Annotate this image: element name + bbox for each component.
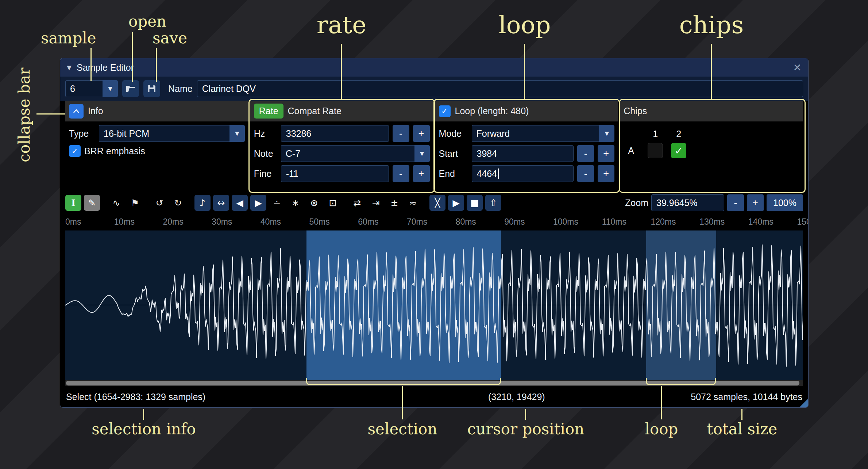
folder-open-icon: [126, 84, 136, 93]
ruler-label: 80ms: [456, 217, 476, 227]
window-collapse-icon[interactable]: ▼: [67, 64, 72, 71]
ruler-label: 100ms: [553, 217, 578, 227]
loop-enable-checkbox[interactable]: ✓: [439, 105, 451, 117]
zoom-in-button[interactable]: +: [747, 194, 764, 211]
chip-a1-checkbox[interactable]: [648, 143, 663, 158]
ruler-label: 150ms: [797, 217, 809, 227]
fine-decrement-button[interactable]: -: [393, 165, 409, 182]
hz-input[interactable]: 33286: [281, 125, 389, 142]
create-wavetable-button[interactable]: ⚑: [127, 195, 143, 211]
chips-header-label: Chips: [624, 106, 647, 116]
flip-button[interactable]: ⇄: [349, 195, 365, 211]
annotation-rate-line: [341, 44, 342, 99]
annotation-rate-label: rate: [317, 11, 366, 39]
zoom-reset-button[interactable]: 100%: [767, 194, 803, 211]
invert-button[interactable]: ▶: [250, 195, 266, 211]
ruler-label: 10ms: [114, 217, 135, 227]
check-icon: ✓: [675, 145, 683, 156]
chevron-down-icon[interactable]: ▼: [229, 125, 245, 142]
chevron-down-icon[interactable]: ▼: [414, 145, 430, 162]
redo-button[interactable]: ↻: [170, 195, 186, 211]
sample-number-select[interactable]: 6 ▼: [65, 80, 118, 97]
annotation-chips-label: chips: [679, 11, 744, 39]
sample-number-value: 6: [65, 80, 103, 97]
name-input[interactable]: Clarinet DQV: [197, 80, 803, 97]
brr-emphasis-checkbox[interactable]: ✓: [69, 145, 81, 157]
draw-tool-button[interactable]: ✎: [84, 195, 100, 211]
titlebar[interactable]: ▼ Sample Editor ✕: [60, 58, 808, 77]
zoom-out-button[interactable]: -: [727, 194, 744, 211]
ruler-label: 20ms: [163, 217, 183, 227]
annotation-cursor-position-label: cursor position: [467, 420, 585, 438]
horizontal-scrollbar[interactable]: [65, 380, 803, 386]
ruler-label: 50ms: [309, 217, 330, 227]
chips-row-a-label: A: [626, 146, 634, 156]
time-ruler: 0ms10ms20ms30ms40ms50ms60ms70ms80ms90ms1…: [60, 214, 808, 230]
loop-start-increment-button[interactable]: +: [598, 145, 614, 162]
annotation-save-label: save: [153, 29, 187, 47]
loop-end-input[interactable]: 4464: [472, 165, 574, 182]
mix-paste-button[interactable]: ±: [386, 195, 402, 211]
fine-increment-button[interactable]: +: [413, 165, 430, 182]
resample-button[interactable]: ∿: [108, 195, 124, 211]
chevron-down-icon[interactable]: ▼: [103, 80, 118, 97]
fade-in-button[interactable]: ∸: [269, 195, 285, 211]
resize-button[interactable]: ↔: [213, 195, 229, 211]
collapse-info-button[interactable]: [69, 104, 84, 119]
ruler-label: 110ms: [602, 217, 626, 227]
scrollbar-thumb[interactable]: [66, 381, 799, 385]
close-icon[interactable]: ✕: [793, 62, 802, 74]
hz-decrement-button[interactable]: -: [393, 125, 409, 142]
reverse-button[interactable]: ◀: [232, 195, 248, 211]
loop-start-input[interactable]: 3984: [472, 145, 574, 162]
loop-mode-value: Forward: [472, 125, 599, 142]
zoom-value-input[interactable]: 39.9645%: [651, 194, 724, 211]
annotation-loop-marker-line: [661, 386, 662, 419]
annotation-open-line: [132, 32, 133, 82]
fine-input[interactable]: -11: [281, 165, 389, 182]
loop-end-label: End: [439, 168, 468, 179]
ruler-label: 70ms: [407, 217, 427, 227]
loop-end-increment-button[interactable]: +: [598, 165, 614, 182]
chips-section: Chips 1 2 A ✓: [620, 101, 803, 192]
text-cursor: [498, 168, 499, 179]
rate-section: Rate Compat Rate Hz 33286 - + Note C-7: [250, 101, 433, 192]
rate-button[interactable]: Rate: [254, 104, 283, 119]
type-select[interactable]: 16-bit PCM ▼: [99, 125, 245, 142]
resize-grip[interactable]: [799, 399, 808, 407]
rate-header-bar: Rate Compat Rate: [250, 101, 433, 121]
rate-header-label: Compat Rate: [288, 106, 342, 116]
select-tool-button[interactable]: I: [65, 195, 81, 211]
create-wave-button[interactable]: ⇧: [485, 195, 501, 211]
hz-increment-button[interactable]: +: [413, 125, 430, 142]
zoom-value: 39.9645%: [656, 198, 698, 208]
annotation-selection-info-label: selection info: [92, 420, 196, 438]
type-value: 16-bit PCM: [99, 125, 229, 142]
loop-end-value: 4464: [477, 168, 497, 179]
amplify-button[interactable]: ♪: [194, 195, 211, 211]
ruler-label: 0ms: [65, 217, 81, 227]
chevron-down-icon[interactable]: ▼: [599, 125, 614, 142]
preview-button[interactable]: ▶: [448, 195, 464, 211]
save-button[interactable]: [143, 80, 160, 97]
stop-preview-button[interactable]: ■: [467, 195, 483, 211]
insert-button[interactable]: ⇥: [368, 195, 384, 211]
annotation-loop-line: [524, 44, 525, 99]
filter-button[interactable]: ≈: [405, 195, 421, 211]
crossfade-button[interactable]: ╳: [429, 195, 445, 211]
delete-button[interactable]: ⊗: [306, 195, 322, 211]
note-select[interactable]: C-7 ▼: [281, 145, 430, 162]
waveform-display[interactable]: [65, 230, 803, 380]
chip-a2-checkbox[interactable]: ✓: [671, 143, 686, 158]
undo-button[interactable]: ↺: [151, 195, 167, 211]
info-section: Info Type 16-bit PCM ▼ ✓ BRR emphasis: [65, 101, 248, 192]
loop-start-decrement-button[interactable]: -: [577, 145, 594, 162]
open-button[interactable]: [122, 80, 139, 97]
annotation-selection-label: selection: [368, 420, 437, 438]
trim-button[interactable]: ⊡: [325, 195, 341, 211]
loop-end-decrement-button[interactable]: -: [577, 165, 594, 182]
loop-mode-select[interactable]: Forward ▼: [472, 125, 615, 142]
selection-info-text: Select (1654-2983: 1329 samples): [66, 392, 205, 402]
apply-silence-button[interactable]: ∗: [288, 195, 304, 211]
loop-mode-label: Mode: [439, 128, 468, 139]
